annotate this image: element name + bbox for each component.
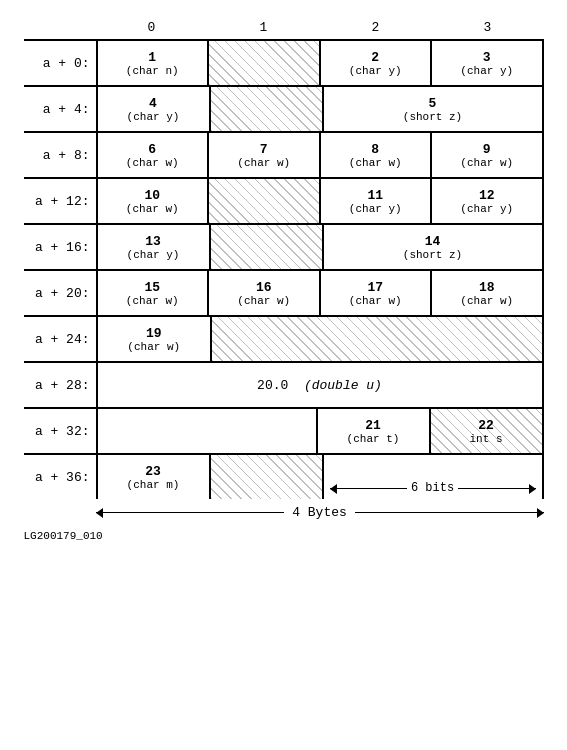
cell-a36-1 — [211, 455, 324, 499]
row-label-a16: a + 16: — [24, 225, 96, 269]
cell-a16-0: 13(char y) — [98, 225, 211, 269]
cell-a12-0: 10(char w) — [98, 179, 210, 223]
arrow-left-head — [330, 484, 337, 494]
row-label-a24: a + 24: — [24, 317, 96, 361]
four-bytes-left-head — [96, 508, 103, 518]
row-label-a32: a + 32: — [24, 409, 96, 453]
cell-a20-3: 18(char w) — [432, 271, 542, 315]
row-a0: a + 0: 1(char n) 2(char y) 3(char y) — [24, 39, 544, 85]
cell-a0-2: 2(char y) — [321, 41, 433, 85]
cell-a24-0: 19(char w) — [98, 317, 213, 361]
row-a28: a + 28: 20.0 (double u) — [24, 361, 544, 407]
cell-a36-0: 23(char m) — [98, 455, 211, 499]
row-a12-cells: 10(char w) 11(char y) 12(char y) — [96, 179, 544, 223]
col-header-3: 3 — [432, 20, 544, 39]
cell-a16-1 — [211, 225, 324, 269]
four-bytes-left-arrow — [96, 512, 285, 513]
row-a36-cells: 23(char m) 6 bits — [96, 455, 544, 499]
row-a4-cells: 4(char y) 5(short z) — [96, 87, 544, 131]
row-a20: a + 20: 15(char w) 16(char w) 17(char w)… — [24, 269, 544, 315]
row-a24: a + 24: 19(char w) — [24, 315, 544, 361]
cell-a12-2: 11(char y) — [321, 179, 433, 223]
col-header-0: 0 — [96, 20, 208, 39]
row-label-a12: a + 12: — [24, 179, 96, 223]
row-a32-cells: 21(char t) 22int s — [96, 409, 544, 453]
row-a24-cells: 19(char w) — [96, 317, 544, 361]
cell-a4-0: 4(char y) — [98, 87, 211, 131]
col-header-1: 1 — [208, 20, 320, 39]
six-bits-label: 6 bits — [407, 481, 458, 495]
cell-a24-123 — [212, 317, 542, 361]
cell-a32-3: 22int s — [431, 409, 542, 453]
row-a36: a + 36: 23(char m) 6 bits — [24, 453, 544, 499]
row-label-a8: a + 8: — [24, 133, 96, 177]
row-a0-cells: 1(char n) 2(char y) 3(char y) — [96, 41, 544, 85]
cell-a0-3: 3(char y) — [432, 41, 542, 85]
row-a8-cells: 6(char w) 7(char w) 8(char w) 9(char w) — [96, 133, 544, 177]
row-label-a20: a + 20: — [24, 271, 96, 315]
row-label-a28: a + 28: — [24, 363, 96, 407]
cell-a4-23: 5(short z) — [324, 87, 542, 131]
arrow-right-head — [529, 484, 536, 494]
cell-a32-01 — [98, 409, 318, 453]
cell-a12-1 — [209, 179, 321, 223]
cell-a8-1: 7(char w) — [209, 133, 321, 177]
four-bytes-right-arrow — [355, 512, 544, 513]
cell-a8-3: 9(char w) — [432, 133, 542, 177]
row-a12: a + 12: 10(char w) 11(char y) 12(char y) — [24, 177, 544, 223]
cell-a20-0: 15(char w) — [98, 271, 210, 315]
row-a16: a + 16: 13(char y) 14(short z) — [24, 223, 544, 269]
cell-a32-2: 21(char t) — [318, 409, 431, 453]
cell-a20-1: 16(char w) — [209, 271, 321, 315]
six-bits-left-arrow — [330, 488, 407, 489]
cell-a28-double: 20.0 (double u) — [98, 363, 542, 407]
row-a16-cells: 13(char y) 14(short z) — [96, 225, 544, 269]
four-bytes-label: 4 Bytes — [284, 505, 355, 520]
col-header-2: 2 — [320, 20, 432, 39]
row-a28-cells: 20.0 (double u) — [96, 363, 544, 407]
four-bytes-row: 4 Bytes — [96, 505, 544, 520]
four-bytes-right-head — [537, 508, 544, 518]
cell-a20-2: 17(char w) — [321, 271, 433, 315]
six-bits-arrow-row: 6 bits — [326, 481, 540, 495]
row-a8: a + 8: 6(char w) 7(char w) 8(char w) 9(c… — [24, 131, 544, 177]
cell-a16-23: 14(short z) — [324, 225, 542, 269]
cell-a36-23: 6 bits — [324, 455, 542, 499]
diagram-wrapper: 0 1 2 3 a + 0: 1(char n) 2(char y) 3(cha… — [24, 20, 544, 543]
cell-a12-3: 12(char y) — [432, 179, 542, 223]
row-a4: a + 4: 4(char y) 5(short z) — [24, 85, 544, 131]
caption: LG200179_010 — [24, 528, 544, 543]
row-label-a0: a + 0: — [24, 41, 96, 85]
column-headers: 0 1 2 3 — [96, 20, 544, 39]
row-label-a36: a + 36: — [24, 455, 96, 499]
cell-a8-2: 8(char w) — [321, 133, 433, 177]
cell-a8-0: 6(char w) — [98, 133, 210, 177]
row-a32: a + 32: 21(char t) 22int s — [24, 407, 544, 453]
cell-a4-1 — [211, 87, 324, 131]
memory-layout-diagram: 0 1 2 3 a + 0: 1(char n) 2(char y) 3(cha… — [24, 20, 544, 543]
six-bits-right-arrow — [458, 488, 535, 489]
row-a20-cells: 15(char w) 16(char w) 17(char w) 18(char… — [96, 271, 544, 315]
cell-a0-0: 1(char n) — [98, 41, 210, 85]
cell-a0-1 — [209, 41, 321, 85]
row-label-a4: a + 4: — [24, 87, 96, 131]
caption-label: LG200179_010 — [24, 530, 103, 542]
